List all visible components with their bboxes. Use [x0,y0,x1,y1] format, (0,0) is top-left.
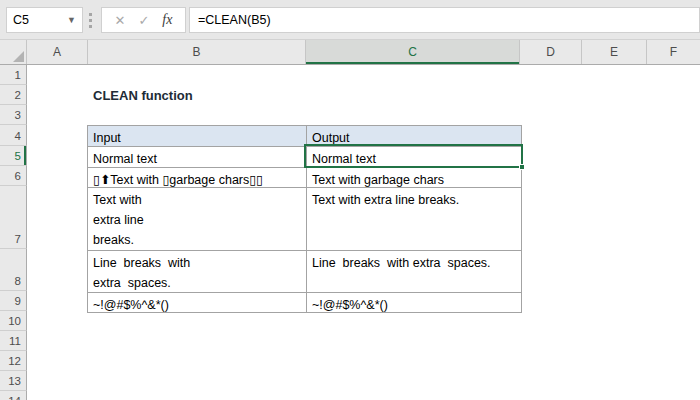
column-header-d[interactable]: D [520,40,582,64]
divider-dots-icon [89,13,92,28]
column-header-a[interactable]: A [27,40,88,64]
row-header-14[interactable]: 14 [0,391,27,400]
active-cell-selection[interactable] [304,144,523,168]
name-box[interactable]: C5 ▼ [6,7,83,33]
column-header-e[interactable]: E [582,40,647,64]
row-header-3[interactable]: 3 [0,105,27,125]
formula-input[interactable]: =CLEAN(B5) [189,7,700,33]
column-header-b[interactable]: B [88,40,306,64]
row-header-12[interactable]: 12 [0,351,27,371]
row-header-11[interactable]: 11 [0,331,27,351]
row-header-10[interactable]: 10 [0,311,27,331]
formula-text: =CLEAN(B5) [198,13,271,27]
cell-c7[interactable]: Text with extra line breaks. [307,188,522,251]
input-header-cell[interactable]: Input [88,126,307,147]
select-all-triangle-icon [13,51,24,62]
enter-icon[interactable]: ✓ [138,13,149,28]
cell-c6[interactable]: Text with garbage chars [307,168,522,188]
excel-window: C5 ▼ ✕ ✓ fx =CLEAN(B5) A B C D E F 1 2 3… [0,0,700,400]
formula-bar: C5 ▼ ✕ ✓ fx =CLEAN(B5) [0,0,700,40]
cell-b5[interactable]: Normal text [88,147,307,168]
row-header-2[interactable]: 2 [0,85,27,105]
row-header-9[interactable]: 9 [0,291,27,311]
cell-c9[interactable]: ~!@#$%^&*() [307,293,522,313]
row-header-7[interactable]: 7 [0,186,27,249]
column-header-f[interactable]: F [647,40,700,64]
insert-function-icon[interactable]: fx [162,12,172,28]
formula-buttons: ✕ ✓ fx [101,7,186,33]
cell-c8[interactable]: Line breaks with extra spaces. [307,251,522,293]
cell-b6[interactable]: ▯⬆Text with ▯garbage chars▯▯ [88,168,307,188]
row-header-1[interactable]: 1 [0,65,27,85]
sheet-title-cell[interactable]: CLEAN function [93,88,193,103]
row-header-13[interactable]: 13 [0,371,27,391]
fill-handle[interactable] [519,164,525,170]
row-header-6[interactable]: 6 [0,166,27,186]
column-headers: A B C D E F [0,40,700,65]
row-header-4[interactable]: 4 [0,125,27,146]
chevron-down-icon[interactable]: ▼ [67,15,76,25]
select-all-button[interactable] [0,40,27,64]
row-headers: 1 2 3 4 5 6 7 8 9 10 11 12 13 14 [0,65,27,400]
cell-b9[interactable]: ~!@#$%^&*() [88,293,307,313]
row-header-5[interactable]: 5 [0,146,27,166]
cell-b8[interactable]: Line breaks with extra spaces. [88,251,307,293]
cell-b7[interactable]: Text with extra line breaks. [88,188,307,251]
cancel-icon[interactable]: ✕ [115,13,126,28]
column-header-c[interactable]: C [306,40,520,64]
row-header-8[interactable]: 8 [0,249,27,291]
name-box-value: C5 [13,13,29,27]
